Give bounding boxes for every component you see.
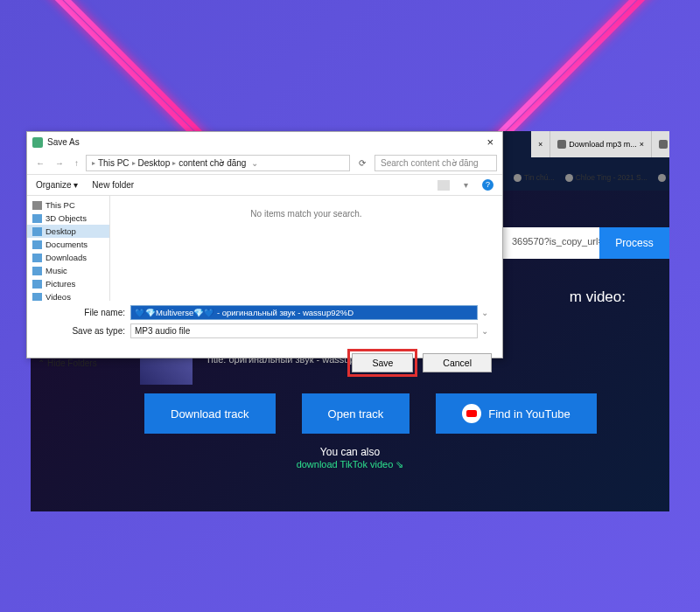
folder-icon — [32, 293, 42, 302]
browser-tab-strip: × Download mp3 m... × TikTok - Make Yo..… — [531, 131, 669, 157]
dialog-body: This PC3D ObjectsDesktopDocumentsDownloa… — [27, 196, 502, 301]
tree-item-label: Downloads — [46, 253, 87, 262]
save-button[interactable]: Save — [352, 353, 413, 372]
tree-item[interactable]: Videos — [27, 290, 109, 301]
dialog-nav-row: ← → ↑ ▸ This PC ▸ Desktop ▸ content chờ … — [27, 152, 502, 175]
from-video-heading: m video: — [570, 289, 626, 306]
filename-label: File name: — [71, 308, 130, 317]
process-button[interactable]: Process — [599, 227, 669, 259]
browser-tab-close[interactable]: × — [531, 131, 550, 157]
bookmark-item[interactable]: UFM — [658, 173, 669, 182]
you-can-also-section: You can also download TikTok video ⇘ — [31, 446, 669, 470]
bookmark-favicon — [565, 174, 573, 182]
empty-message: No items match your search. — [250, 209, 361, 219]
dialog-toolbar: Organize ▾ New folder ▾ ? — [27, 175, 502, 196]
tab-label: Download mp3 m... — [569, 140, 637, 149]
browser-tab[interactable]: Download mp3 m... × — [550, 131, 652, 157]
file-list-area: No items match your search. — [110, 196, 502, 301]
tree-item[interactable]: Downloads — [27, 251, 109, 264]
folder-icon — [32, 280, 42, 289]
dialog-footer: ⌃ Hide Folders Save Cancel — [27, 342, 502, 384]
folder-icon — [32, 254, 42, 262]
youtube-icon — [462, 404, 481, 423]
chevron-up-icon: ⌃ — [38, 358, 45, 368]
dialog-titlebar: Save As × — [27, 132, 502, 152]
cancel-button[interactable]: Cancel — [423, 353, 492, 372]
filetype-select[interactable]: MP3 audio file — [130, 323, 478, 338]
tree-item[interactable]: Pictures — [27, 277, 109, 290]
forward-icon[interactable]: → — [52, 156, 67, 170]
breadcrumb-segment[interactable]: This PC — [98, 158, 130, 168]
chevron-right-icon: ▸ — [172, 159, 176, 167]
open-track-button[interactable]: Open track — [302, 393, 410, 434]
filename-input[interactable]: 💙💎Multiverse💎💙 - оригинальный звук - was… — [130, 305, 478, 320]
pc-icon — [32, 201, 42, 210]
action-button-row: Download track Open track Find in YouTub… — [144, 393, 597, 434]
url-input[interactable]: 369570?is_copy_url=0&is_from_we — [503, 227, 599, 259]
refresh-icon[interactable]: ⟳ — [354, 156, 371, 170]
chevron-right-icon: ▸ — [132, 159, 136, 167]
bookmark-favicon — [514, 174, 522, 182]
breadcrumb[interactable]: ▸ This PC ▸ Desktop ▸ content chờ đăng ⌄ — [86, 155, 350, 171]
tree-item[interactable]: Desktop — [27, 225, 109, 238]
app-icon — [32, 137, 43, 148]
bookmark-item[interactable]: Chloe Ting - 2021 S... — [565, 173, 648, 182]
search-input[interactable]: Search content chờ đăng — [374, 155, 497, 171]
filetype-label: Save as type: — [71, 326, 130, 336]
hide-folders-label: Hide Folders — [47, 358, 97, 368]
folder-tree: This PC3D ObjectsDesktopDocumentsDownloa… — [27, 196, 110, 301]
chevron-down-icon[interactable]: ⌄ — [248, 158, 261, 168]
tree-item-label: This PC — [46, 200, 75, 210]
filename-dropdown-icon[interactable]: ⌄ — [478, 308, 492, 317]
tree-item-label: Videos — [46, 292, 71, 301]
hide-folders-toggle[interactable]: ⌃ Hide Folders — [38, 358, 97, 368]
tree-item[interactable]: Documents — [27, 238, 109, 251]
tree-item[interactable]: This PC — [27, 198, 109, 212]
tree-item[interactable]: Music — [27, 264, 109, 277]
tree-item-label: Pictures — [46, 279, 75, 289]
tree-item-label: Desktop — [46, 226, 76, 236]
filetype-dropdown-icon[interactable]: ⌄ — [478, 326, 492, 336]
up-icon[interactable]: ↑ — [71, 156, 82, 170]
tree-item-label: Documents — [46, 240, 88, 249]
dialog-title: Save As — [47, 137, 80, 147]
dialog-fields: File name: 💙💎Multiverse💎💙 - оригинальный… — [27, 301, 502, 338]
bookmark-label: Tin chú... — [524, 173, 555, 182]
chevron-right-icon: ▸ — [92, 159, 95, 167]
breadcrumb-segment[interactable]: Desktop — [138, 158, 171, 168]
url-input-row: 369570?is_copy_url=0&is_from_we Process — [503, 227, 669, 259]
tab-favicon — [659, 140, 668, 149]
tree-item[interactable]: 3D Objects — [27, 212, 109, 225]
save-button-highlight: Save — [347, 349, 417, 377]
bookmark-favicon — [658, 174, 666, 182]
browser-tab[interactable]: TikTok - Make Yo... × — [652, 131, 669, 157]
folder-icon — [32, 240, 42, 249]
view-dropdown-icon[interactable]: ▾ — [464, 180, 468, 190]
close-icon[interactable]: × — [483, 136, 497, 149]
organize-menu[interactable]: Organize ▾ — [36, 180, 78, 190]
new-folder-button[interactable]: New folder — [92, 180, 134, 190]
download-tiktok-link[interactable]: download TikTok video ⇘ — [297, 459, 404, 469]
bookmark-label: UFM — [668, 173, 669, 182]
save-as-dialog: Save As × ← → ↑ ▸ This PC ▸ Desktop ▸ co… — [26, 131, 503, 358]
find-youtube-label: Find in YouTube — [488, 407, 570, 421]
folder-icon — [32, 227, 42, 236]
you-can-also-text: You can also — [31, 446, 669, 458]
help-icon[interactable]: ? — [482, 179, 494, 191]
find-youtube-button[interactable]: Find in YouTube — [436, 393, 596, 434]
download-track-button[interactable]: Download track — [144, 393, 276, 434]
tab-favicon — [557, 140, 566, 149]
bookmark-label: Chloe Ting - 2021 S... — [576, 173, 648, 182]
tree-item-label: 3D Objects — [46, 213, 87, 223]
breadcrumb-segment[interactable]: content chờ đăng — [178, 158, 246, 168]
bookmarks-bar: Tin chú... Chloe Ting - 2021 S... UFM ★B… — [514, 173, 669, 182]
tree-item-label: Music — [46, 266, 67, 275]
folder-icon — [32, 267, 42, 275]
bookmark-item[interactable]: Tin chú... — [514, 173, 555, 182]
back-icon[interactable]: ← — [32, 156, 48, 170]
view-options-icon[interactable] — [438, 180, 450, 191]
folder-icon — [32, 214, 42, 223]
